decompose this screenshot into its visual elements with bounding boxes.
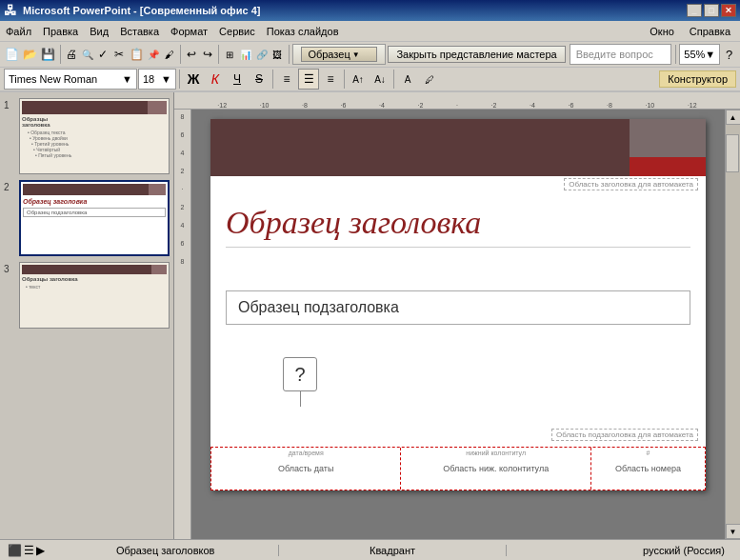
align-center-button[interactable]: ☰ [298, 69, 319, 90]
slide-title-container: Образец заголовка [226, 205, 690, 248]
maximize-button[interactable]: □ [704, 4, 719, 17]
font-size-selector[interactable]: 18 ▼ [138, 69, 176, 90]
menu-window[interactable]: Окно [644, 24, 680, 39]
sep1 [60, 45, 61, 64]
status-slide-info: Образец заголовков [52, 545, 279, 556]
slide-preview-1[interactable]: Образцызаголовка • Образец текста • Уров… [19, 98, 170, 174]
h-ruler: ·12 ·10 ·8 ·6 ·4 ·2 · ·2 ·4 ·6 ·8 ·10 ·1… [174, 92, 740, 110]
insert-clip-button[interactable]: 🖼 [270, 44, 285, 65]
cut-button[interactable]: ✂ [112, 44, 127, 65]
status-slide-text: Образец заголовков [116, 545, 215, 556]
fmt-sep2 [272, 70, 273, 89]
footer-main-section: нижний колонтитул Область ниж. колонтиту… [401, 448, 590, 490]
question-callout-group: ? [283, 357, 317, 407]
slide-subtitle-box[interactable]: Образец подзаголовка [226, 290, 690, 325]
paste-button[interactable]: 📌 [147, 44, 161, 65]
content-main: 1 Образцызаголовка • Образец текста • Ур… [0, 92, 740, 539]
slide-main[interactable]: Область заголовка для автомакета Образец… [210, 119, 706, 490]
slide-thumb-3: 3 Образцы заголовка • текст [4, 262, 170, 329]
menu-view[interactable]: Вид [84, 24, 114, 39]
slide-title[interactable]: Образец заголовка [226, 205, 690, 248]
ruler-tick-n2: ·2 [418, 102, 424, 109]
slide-num-2: 2 [4, 180, 15, 256]
align-right-button[interactable]: ≡ [320, 69, 341, 90]
menu-show[interactable]: Показ слайдов [261, 24, 345, 39]
underline-button[interactable]: Ч [227, 69, 248, 90]
outline-view-icon[interactable]: ☰ [24, 544, 34, 557]
slide-preview-3[interactable]: Образцы заголовка • текст [19, 262, 170, 329]
scroll-up-button[interactable]: ▲ [726, 110, 741, 125]
undo-button[interactable]: ↩ [185, 44, 199, 65]
italic-button[interactable]: К [205, 69, 226, 90]
zoom-value: 55% [684, 49, 705, 60]
new-button[interactable]: 📄 [4, 44, 20, 65]
zoom-caret: ▼ [705, 49, 715, 60]
master-dropdown[interactable]: Образец ▼ [301, 47, 377, 62]
question-mark: ? [294, 364, 305, 386]
close-master-button[interactable]: Закрыть представление мастера [388, 46, 565, 63]
ruler-tick-10: ·10 [646, 102, 655, 109]
scroll-down-button[interactable]: ▼ [726, 524, 741, 539]
scroll-thumb-v[interactable] [726, 134, 739, 172]
scroll-track-v[interactable] [726, 125, 740, 524]
menu-file[interactable]: Файл [0, 24, 37, 39]
insert-table-button[interactable]: ⊞ [223, 44, 237, 65]
menu-format[interactable]: Формат [165, 24, 213, 39]
status-theme-text: Квадрант [370, 545, 415, 556]
ruler-tick-n12: ·12 [217, 102, 227, 109]
status-language: русский (Россия) [507, 545, 732, 556]
help-button[interactable]: ? [722, 44, 736, 65]
window-title: Microsoft PowerPoint - [Современный офис… [23, 5, 687, 16]
zoom-control[interactable]: 55% ▼ [679, 44, 720, 65]
content-with-rulers: 8 6 4 2 · 2 4 6 8 [174, 110, 740, 539]
slide-subtitle: Образец подзаголовка [238, 299, 399, 315]
v-ruler-8: 8 [181, 113, 185, 120]
save-button[interactable]: 💾 [40, 44, 56, 65]
ruler-tick-n4: ·4 [379, 102, 385, 109]
v-ruler-4: 4 [181, 150, 185, 156]
sep5 [675, 45, 676, 64]
menu-service[interactable]: Сервис [213, 24, 261, 39]
ruler-tick-8: ·8 [607, 102, 612, 109]
font-size-caret: ▼ [161, 73, 171, 85]
menu-insert[interactable]: Вставка [114, 24, 165, 39]
normal-view-icon[interactable]: ⬛ [8, 544, 22, 557]
highlight-button[interactable]: 🖊 [419, 69, 440, 90]
open-button[interactable]: 📂 [22, 44, 38, 65]
strikethrough-button[interactable]: S [249, 69, 270, 90]
menu-help[interactable]: Справка [684, 24, 736, 39]
v-ruler-n2: 2 [181, 204, 185, 210]
bold-button[interactable]: Ж [183, 69, 204, 90]
designer-label[interactable]: Конструктор [659, 70, 736, 88]
align-left-button[interactable]: ≡ [276, 69, 297, 90]
font-selector[interactable]: Times New Roman ▼ [4, 69, 137, 90]
subheader-placeholder: Область подзаголовка для автомакета [551, 429, 698, 441]
question-mark-box: ? [283, 357, 317, 391]
print-button[interactable]: 🖨 [65, 44, 79, 65]
close-button[interactable]: ✕ [721, 4, 736, 17]
copy-button[interactable]: 📋 [129, 44, 145, 65]
toolbar-row1: 📄 📂 💾 🖨 🔍 ✓ ✂ 📋 📌 🖌 ↩ ↪ ⊞ 📊 🔗 🖼 Образец … [0, 42, 740, 68]
insert-chart-button[interactable]: 📊 [239, 44, 253, 65]
increase-font-button[interactable]: A↑ [348, 69, 369, 90]
font-size-value: 18 [143, 73, 154, 85]
insert-org-button[interactable]: 🔗 [254, 44, 269, 65]
question-line [300, 391, 301, 407]
print-preview-button[interactable]: 🔍 [80, 44, 94, 65]
v-ruler-0: · [182, 186, 184, 192]
status-icons-group: ⬛ ☰ ▶ [8, 544, 45, 557]
slide-panel: 1 Образцызаголовка • Образец текста • Ур… [0, 92, 174, 539]
help-input[interactable]: Введите вопрос [570, 44, 671, 65]
slide-thumb-1: 1 Образцызаголовка • Образец текста • Ур… [4, 98, 170, 174]
spell-button[interactable]: ✓ [96, 44, 110, 65]
font-name: Times New Roman [9, 73, 97, 85]
slideshow-icon[interactable]: ▶ [36, 544, 45, 557]
redo-button[interactable]: ↪ [200, 44, 214, 65]
slide-preview-2[interactable]: Образец заголовка Образец подзаголовка [19, 180, 170, 256]
decrease-font-button[interactable]: A↓ [370, 69, 390, 90]
minimize-button[interactable]: _ [687, 4, 702, 17]
menu-edit[interactable]: Правка [37, 24, 84, 39]
format-painter-button[interactable]: 🖌 [162, 44, 176, 65]
footer-num-area: Область номера [615, 464, 681, 473]
font-color-button[interactable]: A [397, 69, 418, 90]
